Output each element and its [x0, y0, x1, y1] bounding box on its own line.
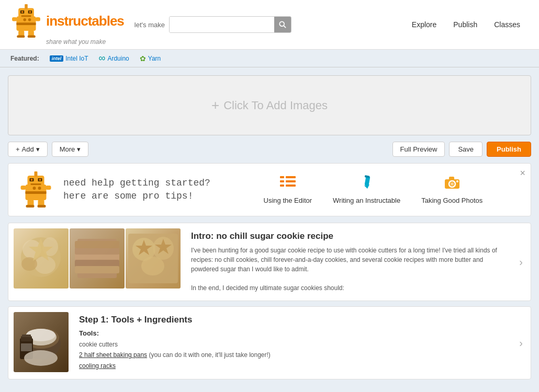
cookie-svg-1: [14, 228, 69, 289]
cookie-svg-2: [70, 228, 125, 289]
svg-point-67: [141, 257, 164, 275]
svg-rect-42: [280, 185, 284, 187]
tip-photos-label: Taking Good Photos: [421, 197, 482, 204]
svg-point-55: [35, 256, 55, 274]
search-input[interactable]: [170, 17, 274, 32]
help-robot-icon: [19, 171, 53, 208]
svg-rect-1: [18, 8, 34, 18]
tip-writing[interactable]: Writing an Instructable: [333, 175, 400, 204]
more-label: More: [60, 145, 75, 153]
help-line1: need help getting started?: [63, 177, 210, 190]
cookie-svg-3: [126, 228, 181, 289]
pencil-icon: [360, 175, 374, 193]
featured-intel[interactable]: intel Intel IoT: [50, 55, 88, 62]
search-button[interactable]: [274, 17, 291, 32]
help-panel: need help getting started? here are some…: [8, 163, 531, 216]
intro-card: Intro: no chill sugar cookie recipe I've…: [8, 223, 531, 301]
yarn-label: Yarn: [148, 55, 161, 62]
svg-point-27: [39, 179, 41, 181]
svg-point-49: [451, 182, 454, 186]
featured-bar: Featured: intel Intel IoT ∞ Arduino ✿ Ya…: [0, 50, 539, 67]
intro-card-text: I've been hunting for a good sugar cooki…: [191, 246, 503, 293]
ingredients-svg: [14, 312, 69, 372]
svg-rect-37: [46, 186, 51, 190]
tip-photos[interactable]: Taking Good Photos: [421, 175, 482, 204]
more-button[interactable]: More ▾: [52, 142, 89, 157]
featured-yarn[interactable]: ✿ Yarn: [140, 54, 161, 63]
svg-rect-35: [38, 205, 46, 207]
publish-nav-button[interactable]: Publish: [445, 17, 486, 32]
tip-editor[interactable]: Using the Editor: [264, 175, 312, 204]
cookie-image-2[interactable]: [70, 228, 125, 289]
add-chevron-icon: ▾: [36, 145, 40, 153]
intro-images: [8, 223, 186, 301]
header: instructables share what you make let's …: [0, 0, 539, 50]
svg-rect-28: [31, 183, 41, 185]
svg-point-7: [29, 11, 31, 13]
svg-rect-38: [280, 176, 284, 178]
svg-rect-62: [75, 266, 119, 273]
image-upload-label: Click To Add Images: [223, 99, 328, 112]
arduino-label: Arduino: [107, 55, 129, 62]
svg-rect-17: [36, 17, 40, 21]
svg-rect-16: [12, 17, 17, 21]
intro-card-content: Intro: no chill sugar cookie recipe I've…: [186, 223, 511, 301]
svg-rect-41: [286, 180, 296, 182]
yarn-icon: ✿: [140, 54, 146, 63]
svg-point-26: [31, 179, 33, 181]
svg-point-31: [38, 187, 41, 190]
classes-nav-button[interactable]: Classes: [486, 17, 529, 32]
intro-card-arrow[interactable]: ›: [511, 223, 531, 301]
image-upload-area[interactable]: + Click To Add Images: [8, 75, 531, 135]
featured-arduino[interactable]: ∞ Arduino: [99, 53, 129, 64]
svg-rect-77: [21, 343, 32, 351]
svg-rect-8: [21, 15, 31, 17]
svg-rect-61: [75, 260, 119, 267]
intro-card-title[interactable]: Intro: no chill sugar cookie recipe: [191, 231, 503, 241]
logo-row: instructables: [10, 4, 124, 38]
tool-item-1: cookie cutters: [79, 339, 503, 350]
help-close-button[interactable]: ×: [520, 168, 525, 179]
ingredients-image[interactable]: [14, 312, 69, 372]
camera-icon: [444, 175, 461, 193]
svg-rect-60: [75, 247, 119, 255]
svg-point-10: [23, 18, 26, 21]
toolbar-left: + Add ▾ More ▾: [8, 142, 88, 157]
svg-rect-29: [26, 191, 47, 194]
step1-card-content: Step 1: Tools + Ingredients Tools: cooki…: [74, 307, 511, 379]
cooling-racks-link[interactable]: cooling racks: [79, 362, 116, 370]
tagline: share what you make: [46, 38, 106, 45]
full-preview-button[interactable]: Full Preview: [392, 142, 445, 157]
plus-icon: +: [211, 97, 219, 113]
svg-point-11: [28, 18, 31, 21]
main-content: + Click To Add Images + Add ▾ More ▾ Ful…: [0, 67, 539, 392]
svg-point-78: [24, 350, 58, 366]
svg-rect-36: [21, 186, 26, 190]
publish-button[interactable]: Publish: [487, 142, 531, 157]
svg-rect-76: [22, 335, 31, 337]
lets-make-label: let's make: [134, 21, 165, 29]
svg-rect-59: [75, 253, 119, 261]
tip-writing-label: Writing an Instructable: [333, 197, 400, 204]
logo-area: instructables share what you make: [10, 4, 124, 45]
svg-rect-14: [17, 35, 25, 38]
baking-pans-link[interactable]: 2 half sheet baking pans: [79, 351, 147, 359]
arduino-icon: ∞: [99, 53, 106, 64]
svg-point-6: [21, 11, 24, 13]
tool-item-3: cooling racks: [79, 361, 503, 371]
camera-svg-icon: [444, 175, 461, 190]
step1-card-title[interactable]: Step 1: Tools + Ingredients: [79, 315, 503, 325]
save-button[interactable]: Save: [449, 142, 482, 157]
add-button[interactable]: + Add ▾: [8, 142, 48, 157]
add-plus-icon: +: [16, 145, 20, 153]
step1-card-arrow[interactable]: ›: [511, 307, 531, 379]
svg-rect-21: [28, 176, 44, 187]
cookie-image-1[interactable]: [14, 228, 69, 289]
svg-rect-34: [26, 205, 35, 207]
robot-logo-icon: [10, 4, 42, 38]
svg-rect-50: [449, 177, 454, 180]
svg-rect-15: [28, 35, 36, 38]
help-text: need help getting started? here are some…: [63, 177, 210, 203]
explore-nav-button[interactable]: Explore: [403, 17, 445, 32]
cookie-image-3[interactable]: [126, 228, 181, 289]
